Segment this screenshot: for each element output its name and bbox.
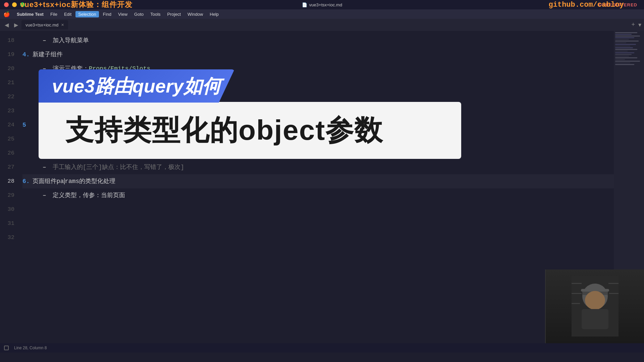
line-num-22: 22 — [0, 90, 14, 104]
svg-rect-6 — [572, 283, 582, 284]
file-icon: 📄 — [302, 2, 307, 7]
svg-point-4 — [585, 291, 605, 310]
svg-rect-8 — [572, 303, 580, 304]
tab-nav-back[interactable]: ◀ — [3, 21, 11, 29]
white-banner-text: 支持类型化的object参数 — [65, 111, 383, 149]
line-num-19: 19 — [0, 48, 14, 62]
code-line-30 — [22, 202, 614, 217]
person-silhouette-icon — [572, 276, 619, 337]
tab-chevron-button[interactable]: ▾ — [638, 21, 641, 28]
code-line-32 — [22, 231, 614, 245]
menu-item-tools[interactable]: Tools — [148, 11, 163, 17]
line-num-20: 20 — [0, 62, 14, 76]
line-num-25: 25 — [0, 132, 14, 146]
line-num-26: 26 — [0, 146, 14, 160]
line-num-32: 32 — [0, 231, 14, 245]
svg-rect-9 — [608, 283, 619, 284]
menu-item-edit[interactable]: Edit — [61, 11, 74, 17]
registration-status: UNREGISTERED — [599, 2, 637, 7]
line-num-30: 30 — [0, 202, 14, 217]
line-num-21: 21 — [0, 76, 14, 90]
menu-item-sublime[interactable]: Sublime Text — [14, 11, 46, 17]
minimize-button[interactable] — [12, 2, 17, 7]
traffic-lights — [4, 2, 25, 7]
tab-nav-forward[interactable]: ▶ — [12, 21, 20, 29]
webcam-feed — [546, 269, 644, 343]
webcam-overlay — [545, 269, 644, 343]
tab-add-button[interactable]: + — [631, 21, 635, 28]
blue-banner-text: vue3路由query如何 — [39, 69, 234, 103]
line-num-31: 31 — [0, 217, 14, 231]
line-num-29: 29 — [0, 188, 14, 202]
code-line-28[interactable]: 6. 页面组件params的类型化处理 — [22, 174, 614, 188]
menu-item-selection[interactable]: Selection — [75, 11, 99, 17]
overlay-banner: vue3路由query如何 支持类型化的object参数 — [39, 69, 461, 159]
menu-item-project[interactable]: Project — [165, 11, 183, 17]
tab-filename: vue3+tsx+ioc.md — [25, 22, 58, 27]
line-num-27: 27 — [0, 160, 14, 174]
maximize-button[interactable] — [20, 2, 25, 7]
editor-area: 18 19 20 21 22 23 24 25 26 27 28 29 30 3… — [0, 31, 644, 353]
svg-rect-5 — [582, 309, 608, 329]
menu-item-view[interactable]: View — [115, 11, 130, 17]
line-numbers: 18 19 20 21 22 23 24 25 26 27 28 29 30 3… — [0, 31, 18, 353]
apple-logo-icon: 🍎 — [3, 11, 10, 17]
svg-rect-7 — [572, 293, 582, 294]
close-button[interactable] — [4, 2, 9, 7]
menu-item-file[interactable]: File — [48, 11, 60, 17]
status-bar: Line 28, Column 8 — [0, 343, 644, 353]
menu-item-help[interactable]: Help — [207, 11, 221, 17]
status-indicator — [4, 346, 9, 350]
title-bar: 📄 vue3+tsx+ioc.md UNREGISTERED — [0, 0, 644, 9]
code-line-27: – 手工输入的[三个]缺点：比不住，写错了，极次] — [22, 160, 614, 174]
white-banner: 支持类型化的object参数 — [39, 102, 461, 159]
line-num-24: 24 — [0, 118, 14, 132]
line-num-23: 23 — [0, 104, 14, 118]
code-line-19: 4. 新建子组件 — [22, 48, 614, 62]
tab-vue3tsx[interactable]: vue3+tsx+ioc.md ✕ — [21, 20, 68, 29]
window-title: 📄 vue3+tsx+ioc.md — [302, 2, 342, 7]
code-line-18: – 加入导航菜单 — [22, 34, 614, 48]
cursor-position: Line 28, Column 8 — [14, 346, 47, 350]
menu-item-window[interactable]: Window — [185, 11, 206, 17]
svg-rect-10 — [609, 293, 619, 294]
menu-bar: 🍎 Sublime Text File Edit Selection Find … — [0, 9, 644, 19]
code-line-29: – 定义类型，传参：当前页面 — [22, 188, 614, 202]
line-num-18: 18 — [0, 34, 14, 48]
menu-item-find[interactable]: Find — [100, 11, 114, 17]
code-line-31 — [22, 217, 614, 231]
tab-close-button[interactable]: ✕ — [61, 23, 64, 27]
tab-bar: ◀ ▶ vue3+tsx+ioc.md ✕ + ▾ — [0, 19, 644, 31]
line-num-28: 28 — [0, 174, 14, 188]
menu-item-goto[interactable]: Goto — [131, 11, 146, 17]
